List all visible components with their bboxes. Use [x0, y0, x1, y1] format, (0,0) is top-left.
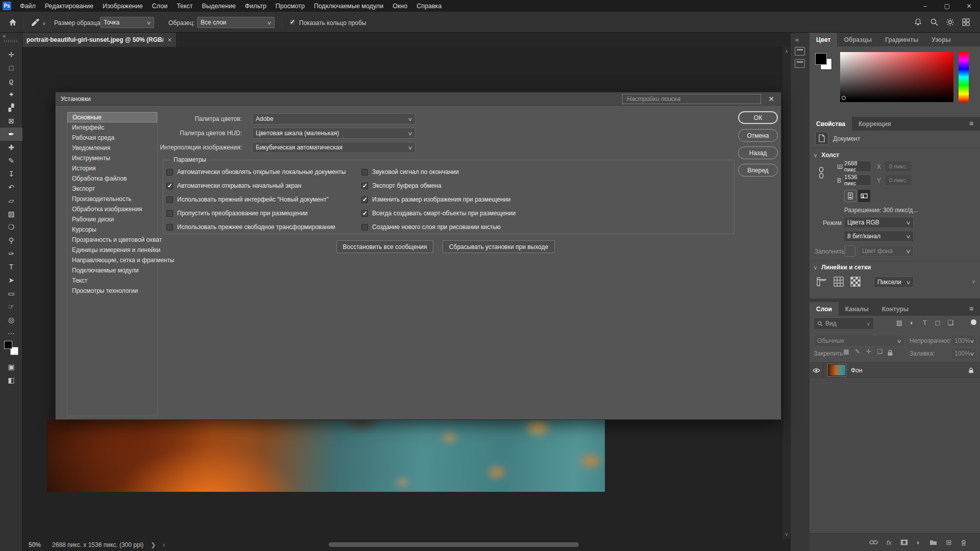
zoom-level[interactable]: 50% — [29, 541, 41, 548]
menu-item[interactable]: Подключаемые модули — [309, 0, 388, 12]
checkbox[interactable] — [166, 210, 173, 217]
blend-mode-select[interactable]: Обычные ∨ — [814, 335, 904, 347]
fill-color-select[interactable]: Цвет фона ∨ — [859, 245, 914, 257]
checkbox[interactable] — [361, 210, 368, 217]
menu-item[interactable]: Справка — [412, 0, 446, 12]
lock-transparency-icon[interactable]: ▦ — [841, 348, 851, 355]
home-icon[interactable] — [8, 18, 17, 27]
adjustment-layer-icon[interactable]: ◐ — [917, 538, 921, 546]
menu-item[interactable]: Редактирование — [40, 0, 98, 12]
saturation-brightness-field[interactable] — [840, 52, 953, 102]
link-layers-icon[interactable] — [869, 540, 878, 545]
x-input[interactable]: 0 пикс. — [885, 161, 912, 172]
vertical-scrollbar[interactable]: ∧ ∨ — [783, 47, 790, 539]
toolbar-grip[interactable] — [4, 40, 18, 42]
screen-mode-icon[interactable]: ◧ — [0, 373, 22, 387]
blur-tool[interactable]: ❍ — [0, 220, 22, 234]
lock-all-icon[interactable] — [885, 348, 895, 356]
preferences-section-item[interactable]: Единицы измерения и линейки — [67, 245, 157, 255]
width-input[interactable]: 2688 пикс — [844, 161, 871, 172]
eyedropper-tool[interactable]: ✒ — [0, 128, 22, 141]
menu-item[interactable]: Изображение — [98, 0, 148, 12]
new-layer-icon[interactable]: ⊞ — [946, 538, 952, 546]
crop-tool[interactable]: ▞ — [0, 101, 22, 114]
link-dimensions-icon[interactable] — [818, 166, 829, 178]
units-select[interactable]: Пиксели ∨ — [874, 277, 914, 288]
checkbox[interactable] — [361, 224, 368, 231]
rulers-icon[interactable] — [816, 276, 827, 287]
layer-filter-select[interactable]: Вид ∨ — [814, 317, 874, 330]
checkbox[interactable] — [361, 196, 368, 203]
color-mode-select[interactable]: Цвета RGB ∨ — [844, 217, 914, 228]
preferences-section-item[interactable]: Инструменты — [67, 153, 157, 163]
canvas-section-header[interactable]: ∨Холст — [814, 152, 839, 159]
hue-slider[interactable] — [959, 52, 969, 102]
reset-all-messages-button[interactable]: Восстановить все сообщения — [336, 240, 433, 253]
preferences-section-item[interactable]: Обработка изображения — [67, 204, 157, 214]
scroll-up-icon[interactable]: ∧ — [783, 49, 790, 54]
properties-panel-tab[interactable]: Коррекция — [852, 117, 898, 131]
layer-name[interactable]: Фон — [851, 367, 862, 374]
preferences-section-item[interactable]: Экспорт — [67, 184, 157, 194]
portrait-orientation-button[interactable] — [844, 190, 856, 202]
preferences-section-item[interactable]: Производительность — [67, 194, 157, 204]
panel-scroll-icon[interactable]: ∨ — [972, 279, 975, 284]
brush-tool[interactable]: ✎ — [0, 154, 22, 167]
preferences-section-item[interactable]: Направляющие, сетка и фрагменты — [67, 255, 157, 265]
scrollbar-thumb[interactable] — [329, 542, 579, 547]
hand-tool[interactable]: ☞ — [0, 300, 22, 313]
layer-row[interactable]: Фон — [810, 362, 980, 378]
transparency-grid-icon[interactable] — [850, 276, 861, 287]
close-dialog-icon[interactable]: ✕ — [768, 95, 774, 103]
filter-toggle-icon[interactable] — [971, 319, 976, 325]
pen-tool[interactable]: ✑ — [0, 247, 22, 260]
layers-panel-tab[interactable]: Слои — [810, 302, 839, 316]
checkbox[interactable] — [361, 183, 368, 189]
minimize-icon[interactable]: – — [914, 0, 936, 12]
move-tool[interactable]: ✛ — [0, 48, 22, 61]
rulers-section-header[interactable]: ∨Линейки и сетки — [814, 264, 871, 271]
clone-stamp-tool[interactable]: ↧ — [0, 167, 22, 181]
foreground-color-swatch[interactable] — [4, 341, 12, 349]
height-input[interactable]: 1536 пикс — [844, 174, 871, 186]
menu-item[interactable]: Окно — [388, 0, 412, 12]
quick-mask-icon[interactable]: ▣ — [0, 360, 22, 373]
color-swatches[interactable] — [4, 341, 18, 355]
landscape-orientation-button[interactable] — [858, 190, 870, 202]
y-input[interactable]: 0 пикс. — [885, 174, 912, 186]
ok-button[interactable]: ОК — [738, 111, 778, 124]
grid-icon[interactable] — [833, 276, 844, 287]
document-image[interactable] — [47, 420, 605, 492]
preferences-section-item[interactable]: Рабочие диски — [67, 214, 157, 224]
panel-menu-icon[interactable]: ≡ — [967, 119, 976, 128]
sample-select[interactable]: Все слои ∨ — [197, 17, 275, 28]
scroll-down-icon[interactable]: ∨ — [783, 532, 790, 537]
preferences-section-item[interactable]: Текст — [67, 276, 157, 286]
gradient-tool[interactable]: ▨ — [0, 207, 22, 220]
lasso-tool[interactable]: ϱ — [0, 74, 22, 88]
more-tools[interactable]: ⋯ — [0, 327, 22, 340]
filter-adjustment-icon[interactable]: ◐ — [906, 319, 918, 329]
layers-list-empty-area[interactable] — [810, 379, 980, 533]
properties-panel-tab[interactable]: Свойства — [810, 117, 852, 131]
eyedropper-icon[interactable] — [31, 18, 40, 27]
shape-tool[interactable]: ▭ — [0, 287, 22, 300]
opacity-input[interactable]: 100% ∨ — [951, 335, 976, 347]
expand-toolbar-icon[interactable]: » — [3, 33, 6, 39]
checkbox[interactable] — [361, 169, 368, 176]
history-brush-tool[interactable]: ↶ — [0, 181, 22, 194]
layer-mask-icon[interactable] — [900, 539, 908, 545]
checkbox[interactable] — [166, 224, 173, 231]
lock-position-icon[interactable]: ✛ — [864, 348, 874, 355]
preferences-search-input[interactable] — [622, 94, 761, 104]
workspace-switcher-icon[interactable] — [962, 18, 971, 27]
preferences-section-item[interactable]: Подключаемые модули — [67, 265, 157, 276]
prev-button[interactable]: Назад — [738, 146, 778, 159]
preferences-section-item[interactable]: Просмотры технологии — [67, 286, 157, 296]
color-panel-tab[interactable]: Образцы — [837, 33, 878, 46]
menu-item[interactable]: Слои — [148, 0, 172, 12]
reset-preferences-on-quit-button[interactable]: Сбрасывать установки при выходе — [443, 240, 555, 253]
brightness-icon[interactable] — [946, 18, 955, 27]
notifications-bell-icon[interactable] — [914, 18, 923, 27]
preferences-section-item[interactable]: Обработка файлов — [67, 173, 157, 184]
